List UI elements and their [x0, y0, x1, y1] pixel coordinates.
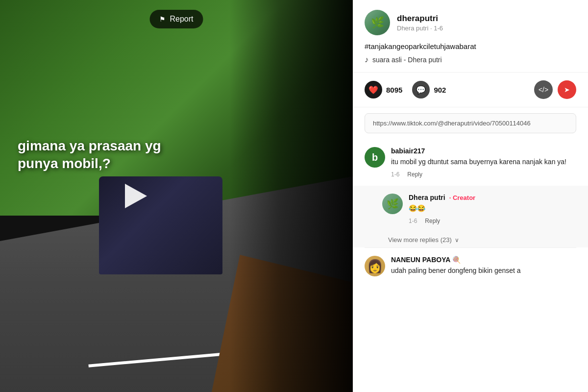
play-button[interactable]: [117, 179, 151, 213]
reply-item: 🌿 Dhera putri · Creator 😂😂 1-6 Reply: [353, 186, 588, 232]
reply-reply-button[interactable]: Reply: [425, 218, 440, 224]
comment-text: itu mobil yg dtuntut sama buyernya karen…: [391, 157, 576, 167]
comment-meta: 1-6 Reply: [391, 171, 576, 178]
video-panel: gimana ya prasaan yg punya mobil,? ⚑ Rep…: [0, 0, 353, 392]
naneun-avatar: 👩: [365, 256, 385, 276]
naneun-author: NANEUN PABOYA 🍭: [391, 256, 576, 264]
creator-badge: · Creator: [449, 194, 475, 201]
play-triangle-icon: [125, 184, 147, 208]
creator-label: Creator: [453, 194, 475, 201]
reply-text: 😂😂: [409, 203, 576, 214]
view-more-label: View more replies (23): [388, 236, 452, 244]
comment-item-2: 👩 NANEUN PABOYA 🍭 udah paling bener dong…: [353, 248, 588, 288]
caption-line1: gimana ya prasaan yg: [18, 138, 161, 153]
comment-body: babiair217 itu mobil yg dtuntut sama buy…: [391, 147, 576, 178]
reply-date: 1-6: [409, 218, 417, 224]
naneun-comment-body: NANEUN PABOYA 🍭 udah paling bener dongfe…: [391, 256, 576, 280]
action-buttons: </> ➤: [534, 80, 576, 99]
creator-date: 1-6: [434, 24, 443, 32]
creator-section: 🌿 dheraputri Dhera putri · 1-6 #tanjakan…: [353, 0, 588, 73]
creator-header: 🌿 dheraputri Dhera putri · 1-6: [365, 10, 576, 35]
comment-author: babiair217: [391, 147, 576, 155]
likes-stat[interactable]: ❤️ 8095: [365, 81, 402, 98]
stats-row: ❤️ 8095 💬 902 </> ➤: [353, 73, 588, 107]
comment-item: b babiair217 itu mobil yg dtuntut sama b…: [353, 139, 588, 186]
send-icon: ➤: [564, 86, 570, 94]
hashtag[interactable]: #tanjakangeoparkciletuhjawabarat: [365, 42, 576, 50]
embed-button[interactable]: </>: [534, 80, 553, 99]
send-button[interactable]: ➤: [558, 80, 576, 99]
music-row: ♪ suara asli - Dhera putri: [365, 55, 576, 64]
heart-icon: ❤️: [365, 81, 382, 98]
right-panel: 🌿 dheraputri Dhera putri · 1-6 #tanjakan…: [353, 0, 588, 392]
chevron-down-icon: ∨: [455, 237, 459, 244]
avatar-emoji: 🌿: [387, 198, 399, 210]
comment-icon: 💬: [412, 81, 430, 98]
naneun-author-name[interactable]: NANEUN PABOYA 🍭: [391, 256, 461, 264]
music-label: suara asli - Dhera putri: [372, 56, 442, 64]
author-name[interactable]: babiair217: [391, 147, 425, 155]
comments-count: 902: [434, 86, 446, 94]
creator-info: dheraputri Dhera putri · 1-6: [397, 14, 443, 32]
reply-author: Dhera putri · Creator: [409, 194, 576, 201]
reply-author-name[interactable]: Dhera putri: [409, 194, 445, 201]
avatar-person-icon: 👩: [367, 259, 383, 274]
creator-display-name: Dhera putri: [397, 24, 428, 32]
likes-count: 8095: [386, 86, 402, 94]
dark-overlay: [229, 0, 353, 392]
url-bar[interactable]: https://www.tiktok.com/@dheraputri/video…: [365, 113, 576, 133]
reply-meta: 1-6 Reply: [409, 218, 576, 224]
commenter-avatar: b: [365, 147, 385, 168]
report-label: Report: [170, 15, 193, 24]
video-caption: gimana ya prasaan yg punya mobil,?: [18, 137, 212, 173]
creator-username[interactable]: dheraputri: [397, 14, 443, 24]
video-background: gimana ya prasaan yg punya mobil,? ⚑ Rep…: [0, 0, 353, 392]
creator-reply-avatar: 🌿: [382, 194, 403, 214]
view-more-replies[interactable]: View more replies (23) ∨: [353, 232, 588, 247]
flag-icon: ⚑: [159, 15, 166, 23]
comment-date: 1-6: [391, 171, 399, 178]
avatar-image: 🌿: [365, 10, 390, 35]
naneun-text: udah paling bener dongfeng bikin genset …: [391, 266, 576, 276]
embed-icon: </>: [539, 86, 548, 94]
music-note-icon: ♪: [365, 55, 368, 64]
creator-meta: Dhera putri · 1-6: [397, 24, 443, 32]
comments-stat[interactable]: 💬 902: [412, 81, 446, 98]
report-button[interactable]: ⚑ Report: [149, 10, 203, 28]
comments-section: b babiair217 itu mobil yg dtuntut sama b…: [353, 139, 588, 392]
reply-body: Dhera putri · Creator 😂😂 1-6 Reply: [409, 194, 576, 224]
caption-line2: punya mobil,?: [18, 156, 111, 171]
avatar-letter: b: [372, 152, 378, 163]
reply-button[interactable]: Reply: [407, 171, 422, 178]
creator-avatar[interactable]: 🌿: [365, 10, 390, 35]
